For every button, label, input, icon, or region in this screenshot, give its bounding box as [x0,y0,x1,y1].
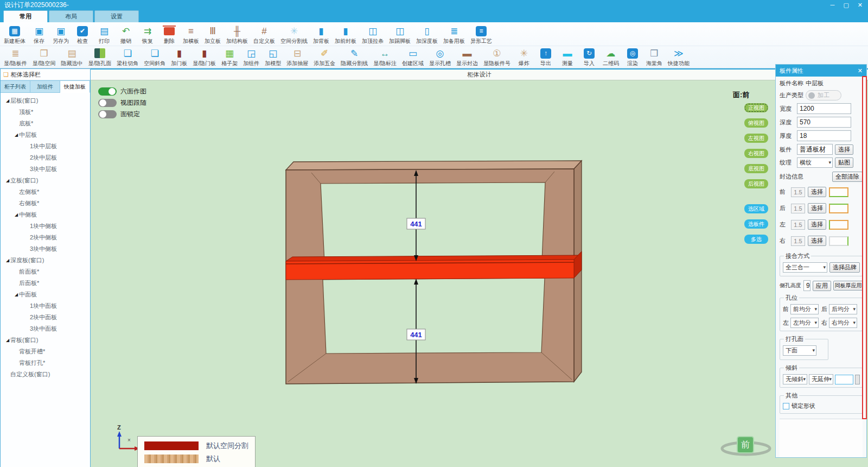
tree-item[interactable]: 1块中侧板 [1,220,90,232]
hole-position-dropdown[interactable]: 前均分 [790,304,819,314]
dimension-field-input[interactable]: 1200 [797,103,851,114]
apply-thickness-button[interactable]: 同板厚应用 [833,281,864,291]
toolbar-button[interactable]: ↶ 撤销 [115,24,137,46]
toolbar-button[interactable]: ▤ 隐藏选中 [59,47,86,68]
clear-all-edges-button[interactable]: 全部清除 [832,172,863,182]
toolbar-button[interactable]: ≡ 异形工艺 [468,26,495,46]
dimension-field-input[interactable]: 570 [797,117,851,128]
lock-shape-checkbox[interactable] [783,403,789,409]
tree-item[interactable]: ◢ 中侧板 [1,209,90,220]
tree-item[interactable]: 后面板* [1,277,90,289]
toolbar-button[interactable]: ▬ 显示封边 [454,47,481,68]
tilt-more-button[interactable] [855,375,860,384]
tree-item[interactable]: 底板* [1,118,90,129]
tree-item[interactable]: 3块中侧板 [1,243,90,255]
board-material-input[interactable]: 普通板材 [797,144,833,155]
toolbar-button[interactable]: ◱ 加模型 [262,47,284,68]
edge-thickness-value[interactable]: 1.5 [791,187,805,197]
toolbar-button[interactable]: ≣ 显/隐板件 [1,47,30,68]
toolbar-button[interactable]: ◫ 加踢脚板 [386,24,413,46]
tree-item[interactable]: 3块中层板 [1,163,90,175]
view-button[interactable]: 正视图 [744,103,768,112]
tree-item[interactable]: 右侧板* [1,198,90,209]
toolbar-button[interactable]: ▣ 保存 [28,24,50,46]
toolbar-button[interactable]: ↻ 导入 [578,48,600,68]
toolbar-button[interactable]: ❒ 显/隐空间 [30,47,59,68]
ribbon-tab[interactable]: 常用 [3,10,48,22]
close-button[interactable]: ✕ [858,0,863,10]
edge-select-button[interactable]: 选择 [808,187,826,197]
toolbar-button[interactable]: # 自定义板 [251,24,278,46]
toolbar-button[interactable]: ↑ 导出 [535,48,557,68]
toolbar-button[interactable]: ✎ 隐藏分割线 [338,47,371,68]
view-button[interactable]: 俯视图 [744,118,768,128]
sidebar-tab[interactable]: 柜子列表 [1,80,30,93]
sidebar-tab[interactable]: 快捷加板 [60,80,90,93]
toolbar-button[interactable]: ▤ 打印 [93,24,115,46]
toolbar-button[interactable]: 删除 [158,27,180,46]
maximize-button[interactable]: ▢ [843,0,848,10]
toolbar-button[interactable]: ⇉ 恢复 [137,24,158,46]
tree-item[interactable]: 2块中层板 [1,152,90,163]
toggle-switch[interactable] [98,87,117,96]
toggle-switch[interactable] [98,110,117,118]
toolbar-button[interactable]: ▮ 加背板 [310,24,332,46]
minimize-button[interactable]: ─ [831,0,835,10]
extend-dropdown[interactable]: 无延伸 [809,374,833,384]
tree-expander-icon[interactable]: ◢ [5,98,10,103]
toolbar-button[interactable]: ◫ 加顶拉条 [359,24,386,46]
tree-item[interactable]: 左侧板* [1,186,90,198]
toolbar-button[interactable]: ▮ 显/隐门板 [190,47,219,68]
texture-map-button[interactable]: 贴图 [835,157,853,168]
tree-expander-icon[interactable]: ◢ [5,338,10,343]
view-button[interactable]: 右视图 [744,149,768,158]
toolbar-button[interactable]: ❏ 梁柱切角 [114,47,141,68]
edge-select-button[interactable]: 选择 [808,219,826,230]
toolbar-button[interactable]: ☁ 二维码 [600,47,622,68]
edge-select-button[interactable]: 选择 [808,203,826,213]
toolbar-button[interactable]: ≡ 加横板 [180,24,202,46]
tree-item[interactable]: 2块中面板 [1,312,90,323]
tree-expander-icon[interactable]: ◢ [5,178,10,183]
hole-position-dropdown[interactable]: 后均分 [829,304,857,314]
edge-thickness-value[interactable]: 1.5 [791,204,805,213]
view-button[interactable]: 左视图 [744,134,768,143]
tree-expander-icon[interactable]: ◢ [5,258,10,263]
toolbar-button[interactable]: ▣ 另存为 [50,24,72,46]
tree-item[interactable]: 自定义板(窗口) [1,369,90,380]
select-brand-button[interactable]: 选择品牌 [829,262,860,273]
toolbar-button[interactable]: ✳ 爆炸 [513,47,535,68]
tree-item[interactable]: 2块中侧板 [1,232,90,243]
tree-item[interactable]: ◢ 中层板 [1,129,90,141]
toolbar-button[interactable]: ✔ 检查 [72,26,93,46]
panel-scrollbar-highlight[interactable] [862,76,867,419]
ribbon-tab[interactable]: 布局 [49,10,93,22]
board-material-select-button[interactable]: 选择 [835,144,853,155]
tree-item[interactable]: 前面板* [1,266,90,277]
toolbar-button[interactable]: ⊟ 添加抽屉 [284,47,311,68]
ribbon-tab[interactable]: 设置 [94,10,139,22]
drill-face-dropdown[interactable]: 下面 [783,345,816,356]
joint-method-dropdown[interactable]: 全三合一 [783,262,827,273]
tilt-value-input[interactable] [835,375,853,384]
view-button[interactable]: 选区域 [744,204,768,213]
view-button[interactable]: 后视图 [744,179,768,188]
apply-button[interactable]: 应用 [813,281,831,291]
texture-dropdown[interactable]: 横纹 [797,157,833,168]
toolbar-button[interactable]: ≣ 加备用板 [441,24,468,46]
toolbar-button[interactable]: ◎ 渲染 [622,48,643,68]
toolbar-button[interactable]: ≫ 快捷功能 [665,47,692,68]
tree-item[interactable]: 顶板* [1,106,90,118]
toolbar-button[interactable]: ▦ 新建柜体 [1,26,28,46]
toggle-switch[interactable] [98,99,117,107]
toolbar-button[interactable]: ◎ 显示孔槽 [426,47,454,68]
tree-item[interactable]: ◢ 立板(窗口) [1,175,90,186]
tree-expander-icon[interactable]: ◢ [14,132,19,137]
toolbar-button[interactable]: ▮ 加前封板 [332,24,359,46]
toolbar-button[interactable]: ▬ 测量 [557,47,578,68]
view-button[interactable]: 多选 [744,235,768,244]
hole-position-dropdown[interactable]: 右均分 [829,318,857,328]
panel-close-icon[interactable]: ✕ [858,67,863,74]
front-rotate-button[interactable]: 前 [737,436,754,453]
toolbar-button[interactable]: ↔ 显/隐标注 [371,47,399,68]
